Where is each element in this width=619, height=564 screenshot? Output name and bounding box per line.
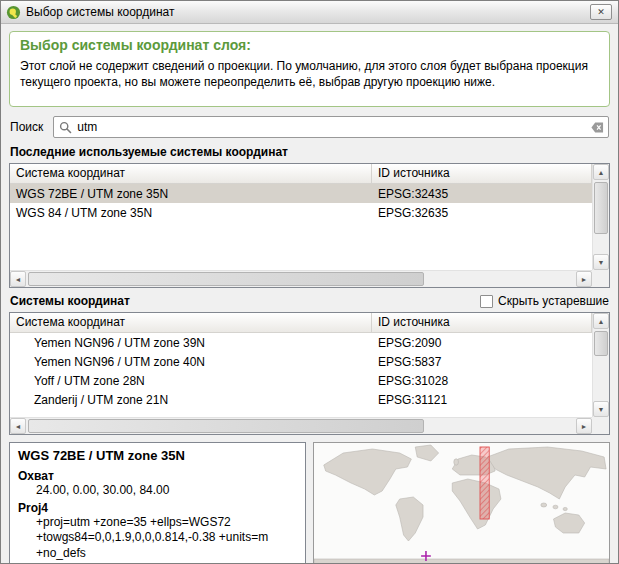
hide-deprecated-wrap[interactable]: Скрыть устаревшие <box>480 294 609 308</box>
crs-extent-map <box>313 442 610 564</box>
horizontal-scrollbar[interactable]: ◄ ► <box>10 417 592 434</box>
scroll-right-icon[interactable]: ► <box>576 271 592 287</box>
scroll-down-icon[interactable]: ▼ <box>593 401 609 417</box>
window-title: Выбор системы координат <box>26 5 175 19</box>
crs-details-panel: WGS 72BE / UTM zone 35N Охват 24.00, 0.0… <box>9 442 306 564</box>
scrollbar-track[interactable] <box>26 418 576 434</box>
extent-label: Охват <box>18 469 297 483</box>
crs-name-cell: WGS 84 / UTM zone 35N <box>10 206 372 220</box>
recent-crs-table: Система координат ID источника WGS 72BE … <box>9 163 610 288</box>
crs-id-cell: EPSG:5837 <box>372 355 592 369</box>
scrollbar-corner <box>592 270 609 287</box>
scrollbar-thumb[interactable] <box>28 419 424 433</box>
scrollbar-corner <box>592 417 609 434</box>
scrollbar-track[interactable] <box>26 271 576 287</box>
crs-name-cell: WGS 72BE / UTM zone 35N <box>10 187 372 201</box>
table-row[interactable]: Yoff / UTM zone 28N EPSG:31028 <box>10 371 592 390</box>
search-input[interactable] <box>77 120 586 134</box>
column-header-crs[interactable]: Система координат <box>10 164 372 183</box>
table-row[interactable]: Yemen NGN96 / UTM zone 40N EPSG:5837 <box>10 352 592 371</box>
column-header-crs[interactable]: Система координат <box>10 313 372 332</box>
selected-crs-title: WGS 72BE / UTM zone 35N <box>18 448 297 463</box>
crs-name-cell: Zanderij / UTM zone 21N <box>10 393 372 407</box>
search-label: Поиск <box>10 120 43 134</box>
scroll-up-icon[interactable]: ▲ <box>593 313 609 329</box>
close-button[interactable]: ✕ <box>590 4 612 20</box>
dialog-body: Выбор системы координат слоя: Этот слой … <box>1 24 618 564</box>
scroll-left-icon[interactable]: ◄ <box>10 418 26 434</box>
extent-value: 24.00, 0.00, 30.00, 84.00 <box>18 483 297 499</box>
table-row[interactable]: Zanderij / UTM zone 21N EPSG:31121 <box>10 390 592 409</box>
scrollbar-thumb[interactable] <box>594 182 608 234</box>
search-row: Поиск <box>10 116 609 138</box>
column-header-authid[interactable]: ID источника <box>372 313 592 332</box>
table-row[interactable]: WGS 84 / UTM zone 35N EPSG:32635 <box>10 203 592 222</box>
infobox-description: Этот слой не содержит сведений о проекци… <box>20 58 599 90</box>
search-icon <box>59 121 72 134</box>
hide-deprecated-checkbox[interactable] <box>480 295 493 308</box>
crs-id-cell: EPSG:2090 <box>372 336 592 350</box>
recent-table-header: Система координат ID источника <box>10 164 592 184</box>
proj4-label: Proj4 <box>18 501 297 515</box>
scrollbar-thumb[interactable] <box>594 331 608 356</box>
table-row[interactable]: WGS 72BE / UTM zone 35N EPSG:32435 <box>10 184 592 203</box>
world-map-preview <box>314 443 609 564</box>
clear-search-icon[interactable] <box>591 121 604 134</box>
crs-name-cell: Yoff / UTM zone 28N <box>10 374 372 388</box>
scrollbar-track[interactable] <box>593 180 609 254</box>
scroll-left-icon[interactable]: ◄ <box>10 271 26 287</box>
layer-crs-infobox: Выбор системы координат слоя: Этот слой … <box>9 31 610 107</box>
crs-id-cell: EPSG:32435 <box>372 187 592 201</box>
crs-id-cell: EPSG:31121 <box>372 393 592 407</box>
crs-selector-dialog: Выбор системы координат ✕ Выбор системы … <box>0 0 619 564</box>
column-header-authid[interactable]: ID источника <box>372 164 592 183</box>
search-box[interactable] <box>53 116 609 138</box>
infobox-heading: Выбор системы координат слоя: <box>20 37 599 53</box>
qgis-app-icon <box>6 5 21 20</box>
crs-section-title: Системы координат <box>10 294 130 308</box>
proj4-value: +proj=utm +zone=35 +ellps=WGS72 +towgs84… <box>18 515 297 562</box>
scroll-right-icon[interactable]: ► <box>576 418 592 434</box>
crs-name-cell: Yemen NGN96 / UTM zone 40N <box>10 355 372 369</box>
scrollbar-thumb[interactable] <box>28 272 424 286</box>
scrollbar-track[interactable] <box>593 329 609 401</box>
hide-deprecated-label: Скрыть устаревшие <box>498 294 609 308</box>
table-row[interactable]: Yemen NGN96 / UTM zone 39N EPSG:2090 <box>10 333 592 352</box>
crs-name-cell: Yemen NGN96 / UTM zone 39N <box>10 336 372 350</box>
horizontal-scrollbar[interactable]: ◄ ► <box>10 270 592 287</box>
title-bar[interactable]: Выбор системы координат ✕ <box>1 1 618 24</box>
crs-extent-highlight <box>480 447 489 519</box>
crs-id-cell: EPSG:32635 <box>372 206 592 220</box>
vertical-scrollbar[interactable]: ▲ ▼ <box>592 313 609 417</box>
vertical-scrollbar[interactable]: ▲ ▼ <box>592 164 609 270</box>
crs-id-cell: EPSG:31028 <box>372 374 592 388</box>
scroll-down-icon[interactable]: ▼ <box>593 254 609 270</box>
crs-section-row: Системы координат Скрыть устаревшие <box>10 294 609 308</box>
crs-table-header: Система координат ID источника <box>10 313 592 333</box>
scroll-up-icon[interactable]: ▲ <box>593 164 609 180</box>
crs-table: Система координат ID источника Yemen NGN… <box>9 312 610 435</box>
recent-section-title: Последние используемые системы координат <box>10 145 609 159</box>
bottom-panels: WGS 72BE / UTM zone 35N Охват 24.00, 0.0… <box>9 442 610 564</box>
